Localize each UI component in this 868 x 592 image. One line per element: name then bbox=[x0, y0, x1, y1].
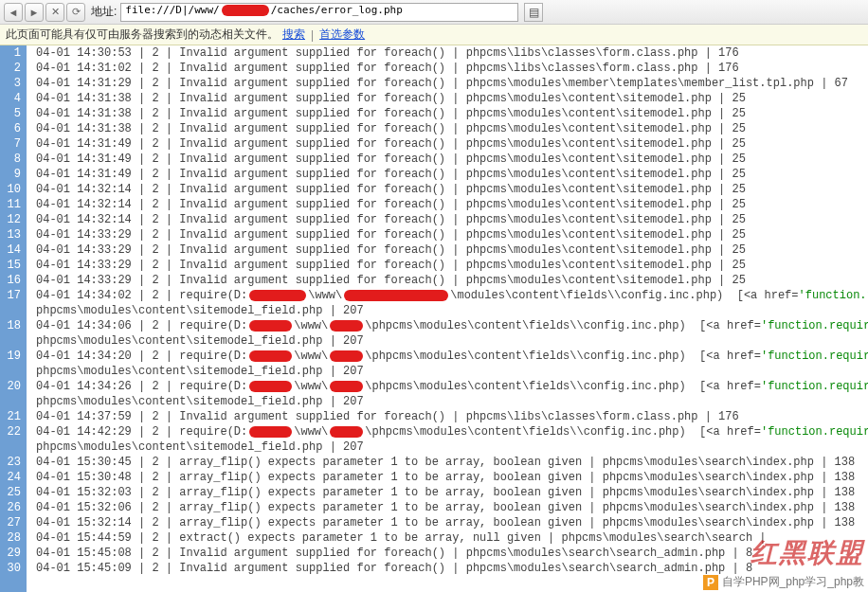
log-line: 04-01 14:34:26 | 2 | require(D:\www\\php… bbox=[27, 379, 868, 394]
log-line: 04-01 15:32:06 | 2 | array_flip() expect… bbox=[27, 500, 868, 515]
log-line: 04-01 14:42:29 | 2 | require(D:\www\\php… bbox=[27, 424, 868, 440]
gutter-line: 11 bbox=[6, 197, 21, 212]
gutter-line: 24 bbox=[6, 470, 21, 485]
gutter-line: 23 bbox=[6, 455, 21, 470]
gutter-line: 9 bbox=[6, 167, 21, 182]
log-line: phpcms\modules\content\sitemodel_field.p… bbox=[27, 440, 868, 455]
gutter-line: 21 bbox=[6, 409, 21, 424]
gutter-line: 22 bbox=[6, 424, 21, 440]
log-line: 04-01 14:33:29 | 2 | Invalid argument su… bbox=[27, 258, 868, 273]
gutter-line: 1 bbox=[6, 45, 21, 61]
log-line: 04-01 14:34:02 | 2 | require(D:\www\\mod… bbox=[27, 288, 868, 303]
gutter-line: 17 bbox=[6, 288, 21, 303]
log-line: 04-01 14:33:29 | 2 | Invalid argument su… bbox=[27, 242, 868, 258]
log-line: 04-01 15:30:45 | 2 | array_flip() expect… bbox=[27, 455, 868, 470]
log-line: 04-01 14:33:29 | 2 | Invalid argument su… bbox=[27, 273, 868, 288]
log-line: 04-01 14:31:38 | 2 | Invalid argument su… bbox=[27, 91, 868, 106]
gutter-line: 30 bbox=[6, 561, 21, 576]
redacted-segment bbox=[222, 5, 269, 16]
gutter-line: 13 bbox=[6, 227, 21, 242]
address-input[interactable]: file:///D|/www//caches/error_log.php bbox=[120, 3, 518, 22]
log-line: phpcms\modules\content\sitemodel_field.p… bbox=[27, 303, 868, 318]
gutter-line bbox=[6, 333, 21, 349]
gutter-line: 18 bbox=[6, 318, 21, 333]
gutter-line: 6 bbox=[6, 121, 21, 136]
gutter-line: 25 bbox=[6, 485, 21, 500]
log-line: 04-01 14:31:38 | 2 | Invalid argument su… bbox=[27, 121, 868, 136]
infobar-search-link[interactable]: 搜索 bbox=[282, 27, 305, 43]
line-gutter: 1234567891011121314151617181920212223242… bbox=[0, 45, 27, 592]
log-line: 04-01 14:34:06 | 2 | require(D:\www\\php… bbox=[27, 318, 868, 333]
stop-button[interactable]: ✕ bbox=[45, 3, 64, 22]
address-label: 地址: bbox=[91, 4, 117, 20]
gutter-line: 26 bbox=[6, 500, 21, 515]
forward-button[interactable]: ► bbox=[25, 3, 44, 22]
gutter-line: 16 bbox=[6, 273, 21, 288]
gutter-line: 27 bbox=[6, 515, 21, 530]
reload-button[interactable]: ⟳ bbox=[66, 3, 85, 22]
log-line: 04-01 14:31:02 | 2 | Invalid argument su… bbox=[27, 61, 868, 76]
log-line: 04-01 14:30:53 | 2 | Invalid argument su… bbox=[27, 45, 868, 61]
gutter-line bbox=[6, 394, 21, 409]
log-line: phpcms\modules\content\sitemodel_field.p… bbox=[27, 364, 868, 379]
infobar-text: 此页面可能具有仅可由服务器搜索到的动态相关文件。 bbox=[6, 27, 279, 43]
gutter-line: 7 bbox=[6, 136, 21, 152]
php-badge-icon: P bbox=[703, 575, 718, 590]
log-line: phpcms\modules\content\sitemodel_field.p… bbox=[27, 394, 868, 409]
watermark: 红黑联盟 bbox=[750, 535, 864, 571]
gutter-line: 3 bbox=[6, 76, 21, 91]
log-line: 04-01 14:37:59 | 2 | Invalid argument su… bbox=[27, 409, 868, 424]
log-line: 04-01 14:31:49 | 2 | Invalid argument su… bbox=[27, 167, 868, 182]
log-line: 04-01 15:44:59 | 2 | extract() expects p… bbox=[27, 530, 868, 546]
code-editor: 1234567891011121314151617181920212223242… bbox=[0, 45, 868, 592]
gutter-line bbox=[6, 364, 21, 379]
gutter-line: 28 bbox=[6, 530, 21, 546]
log-line: 04-01 14:32:14 | 2 | Invalid argument su… bbox=[27, 212, 868, 227]
log-line: 04-01 14:34:20 | 2 | require(D:\www\\php… bbox=[27, 349, 868, 364]
gutter-line: 29 bbox=[6, 546, 21, 561]
gutter-line bbox=[6, 303, 21, 318]
log-line: 04-01 14:31:49 | 2 | Invalid argument su… bbox=[27, 136, 868, 152]
log-line: 04-01 15:32:03 | 2 | array_flip() expect… bbox=[27, 485, 868, 500]
browser-toolbar: ◄ ► ✕ ⟳ 地址: file:///D|/www//caches/error… bbox=[0, 0, 868, 25]
log-line: 04-01 14:31:49 | 2 | Invalid argument su… bbox=[27, 152, 868, 167]
gutter-line: 20 bbox=[6, 379, 21, 394]
log-line: 04-01 15:30:48 | 2 | array_flip() expect… bbox=[27, 470, 868, 485]
gutter-line: 14 bbox=[6, 242, 21, 258]
footer-badge: P 自学PHP网_php学习_php教 bbox=[703, 574, 864, 590]
gutter-line bbox=[6, 440, 21, 455]
log-line: 04-01 15:32:14 | 2 | array_flip() expect… bbox=[27, 515, 868, 530]
infobar-prefs-link[interactable]: 首选参数 bbox=[319, 27, 365, 43]
gutter-line: 8 bbox=[6, 152, 21, 167]
log-line: 04-01 14:33:29 | 2 | Invalid argument su… bbox=[27, 227, 868, 242]
back-button[interactable]: ◄ bbox=[4, 3, 23, 22]
go-button[interactable]: ▤ bbox=[524, 3, 543, 22]
log-line: phpcms\modules\content\sitemodel_field.p… bbox=[27, 333, 868, 349]
dynamic-files-infobar: 此页面可能具有仅可由服务器搜索到的动态相关文件。 搜索 | 首选参数 bbox=[0, 25, 868, 45]
log-line: 04-01 14:31:38 | 2 | Invalid argument su… bbox=[27, 106, 868, 121]
gutter-line: 5 bbox=[6, 106, 21, 121]
code-area[interactable]: 04-01 14:30:53 | 2 | Invalid argument su… bbox=[27, 45, 868, 592]
gutter-line: 15 bbox=[6, 258, 21, 273]
gutter-line: 10 bbox=[6, 182, 21, 197]
gutter-line: 2 bbox=[6, 61, 21, 76]
log-line: 04-01 14:31:29 | 2 | Invalid argument su… bbox=[27, 76, 868, 91]
log-line: 04-01 14:32:14 | 2 | Invalid argument su… bbox=[27, 182, 868, 197]
log-line: 04-01 15:45:08 | 2 | Invalid argument su… bbox=[27, 546, 868, 561]
gutter-line: 19 bbox=[6, 349, 21, 364]
log-line: 04-01 14:32:14 | 2 | Invalid argument su… bbox=[27, 197, 868, 212]
gutter-line: 4 bbox=[6, 91, 21, 106]
gutter-line: 12 bbox=[6, 212, 21, 227]
